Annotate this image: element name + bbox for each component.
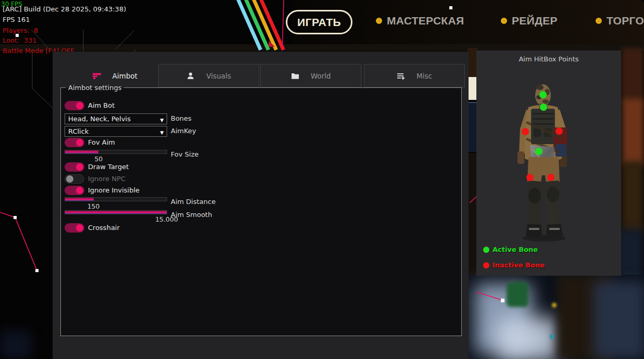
esp-arrow-marker bbox=[269, 41, 275, 47]
aimkey-select[interactable]: RClick bbox=[65, 126, 167, 137]
esp-loot-line: Loot: 331 bbox=[3, 36, 36, 44]
tab-label: Visuals bbox=[206, 72, 231, 80]
bone-dot-right-shoulder[interactable] bbox=[555, 127, 563, 135]
aimbot-settings-group: Aimbot settings Aim Bot Head, Neck, Pelv… bbox=[60, 87, 462, 336]
play-button-label: ИГРАТЬ bbox=[297, 16, 341, 29]
dropdown-arrow-icon bbox=[157, 114, 167, 124]
fov-size-label: Fov Size bbox=[171, 150, 198, 158]
fov-aim-label: Fov Aim bbox=[88, 138, 115, 146]
legend-active-bone: Active Bone bbox=[483, 246, 538, 253]
legend-inactive-bone: Inactive Bone bbox=[483, 261, 545, 269]
crosshair-toggle[interactable] bbox=[65, 223, 84, 233]
coin-icon bbox=[501, 18, 507, 24]
dropdown-arrow-icon bbox=[157, 126, 167, 136]
tab-world[interactable]: World bbox=[260, 64, 361, 87]
esp-fps-line: FPS 161 bbox=[3, 16, 30, 23]
aim-distance-value: 150 bbox=[87, 202, 100, 210]
nav-item-trade[interactable]: ТОРГО bbox=[596, 15, 644, 27]
ignore-invisible-label: Ignore Invisible bbox=[88, 186, 140, 194]
bone-dot-right-thigh[interactable] bbox=[547, 174, 554, 181]
folder-icon bbox=[291, 72, 299, 80]
pistol-icon bbox=[93, 72, 101, 80]
crosshair-label: Crosshair bbox=[88, 224, 120, 232]
tab-misc[interactable]: Misc bbox=[364, 64, 465, 87]
nav-item-raider[interactable]: РЕЙДЕР bbox=[501, 15, 558, 27]
coin-icon bbox=[596, 18, 602, 24]
active-bone-label: Active Bone bbox=[493, 246, 538, 253]
aim-smooth-slider-fill bbox=[65, 211, 167, 214]
playlist-add-icon bbox=[397, 72, 405, 80]
nav-item-workshop[interactable]: МАСТЕРСКАЯ bbox=[376, 15, 464, 27]
bone-dots-layer bbox=[476, 51, 621, 243]
bone-dot-neck[interactable] bbox=[540, 104, 547, 111]
tab-label: Misc bbox=[416, 72, 432, 80]
aim-bot-toggle[interactable] bbox=[65, 101, 84, 110]
ignore-invisible-toggle[interactable] bbox=[65, 186, 84, 195]
tab-label: Aimbot bbox=[112, 72, 137, 80]
inactive-bone-label: Inactive Bone bbox=[493, 261, 545, 269]
draw-target-label: Draw Target bbox=[88, 163, 129, 171]
bones-label: Bones bbox=[171, 114, 192, 122]
nav-item-label: ТОРГО bbox=[607, 15, 644, 27]
bone-dot-left-shoulder[interactable] bbox=[522, 128, 529, 135]
esp-build-line: [ARC] Build (Dec 28 2025, 09:43:38) bbox=[3, 5, 126, 13]
draw-target-toggle[interactable] bbox=[65, 162, 84, 172]
aim-distance-slider[interactable]: 150 bbox=[65, 197, 167, 201]
bones-select[interactable]: Head, Neck, Pelvis bbox=[65, 113, 167, 124]
bone-dot-head[interactable] bbox=[539, 91, 547, 98]
aim-distance-label: Aim Distance bbox=[171, 198, 216, 206]
fov-size-value: 50 bbox=[94, 155, 103, 163]
ignore-npc-label: Ignore NPC bbox=[88, 175, 125, 183]
fov-aim-toggle[interactable] bbox=[65, 138, 84, 147]
bone-dot-pelvis[interactable] bbox=[535, 148, 542, 155]
group-title: Aimbot settings bbox=[66, 83, 124, 93]
aimkey-label: AimKey bbox=[171, 127, 196, 135]
cheat-menu-panel: Aimbot Visuals World Misc Aimbot setting… bbox=[53, 52, 469, 359]
nav-item-label: МАСТЕРСКАЯ bbox=[387, 15, 464, 27]
aim-bot-label: Aim Bot bbox=[88, 101, 115, 109]
fov-size-slider-fill bbox=[65, 150, 98, 153]
tab-visuals[interactable]: Visuals bbox=[158, 64, 259, 87]
coin-icon bbox=[376, 18, 382, 24]
aim-distance-slider-fill bbox=[65, 198, 94, 201]
bone-dot-left-thigh[interactable] bbox=[526, 174, 534, 181]
player-model-preview bbox=[476, 65, 621, 260]
bones-select-value: Head, Neck, Pelvis bbox=[65, 115, 157, 123]
active-bone-dot-icon bbox=[483, 247, 489, 253]
esp-players-line: Players: 8 bbox=[3, 27, 38, 34]
play-button[interactable]: ИГРАТЬ bbox=[286, 10, 352, 34]
aimkey-select-value: RClick bbox=[65, 127, 157, 135]
nav-item-label: РЕЙДЕР bbox=[512, 15, 558, 27]
person-icon bbox=[186, 72, 195, 80]
hitbox-panel: Aim HitBox Points bbox=[476, 50, 621, 276]
aim-smooth-label: Aim Smooth bbox=[171, 211, 212, 219]
inactive-bone-dot-icon bbox=[483, 262, 489, 268]
tab-label: World bbox=[311, 72, 331, 80]
ignore-npc-toggle[interactable] bbox=[65, 174, 84, 184]
fov-size-slider[interactable]: 50 bbox=[65, 150, 167, 154]
aim-smooth-slider[interactable]: 15.000 bbox=[65, 210, 167, 214]
